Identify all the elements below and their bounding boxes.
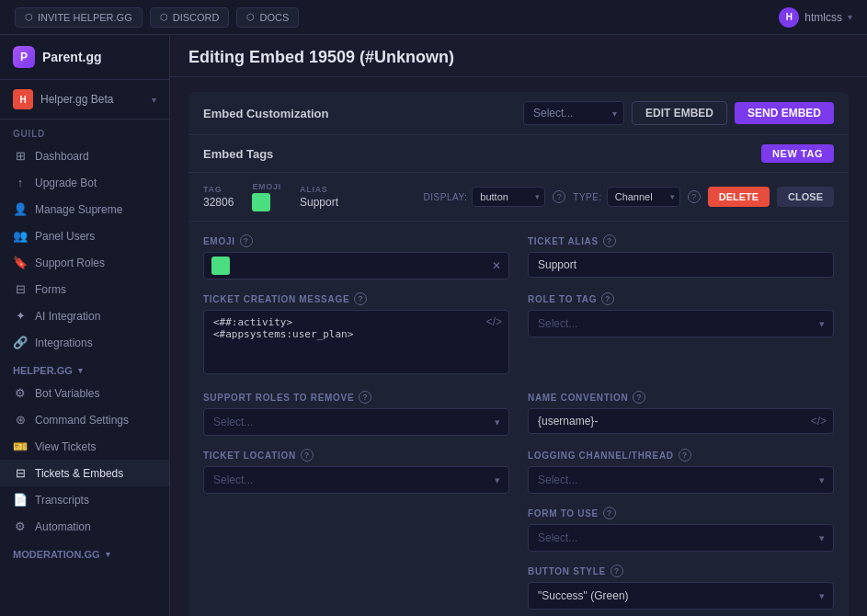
creation-msg-help-icon[interactable]: ? <box>354 292 367 305</box>
ticket-location-select-wrapper: Select... <box>203 466 509 494</box>
send-embed-btn[interactable]: SEND EMBED <box>735 102 834 124</box>
tag-id-group: TAG 32806 <box>203 185 234 209</box>
avatar: H <box>779 7 799 28</box>
form-to-use-select[interactable]: Select... <box>528 524 834 552</box>
sidebar-item-forms[interactable]: ⊟ Forms <box>0 276 169 302</box>
user-badge: H htmlcss ▾ <box>779 7 852 28</box>
tag-id-value: 32806 <box>203 196 234 209</box>
button-style-select[interactable]: "Success" (Green) <box>528 582 834 610</box>
name-convention-input[interactable] <box>528 408 834 434</box>
sidebar-item-ai-integration[interactable]: ✦ AI Integration <box>0 302 169 329</box>
btn-style-help-icon[interactable]: ? <box>610 565 623 577</box>
ticket-location-select[interactable]: Select... <box>203 466 509 494</box>
ticket-icon: 🎫 <box>13 439 28 453</box>
sidebar-item-support-roles[interactable]: 🔖 Support Roles <box>0 249 169 276</box>
ticket-loc-help-icon[interactable]: ? <box>301 449 314 462</box>
sidebar-item-command-settings[interactable]: ⊛ Command Settings <box>0 406 169 433</box>
ticket-creation-msg-field: TICKET CREATION MESSAGE ? <##:activity> … <box>203 292 509 378</box>
embed-tags-title: Embed Tags <box>203 147 273 161</box>
form-to-use-field: FORM TO USE ? Select... <box>528 507 834 552</box>
form-use-help-icon[interactable]: ? <box>603 507 616 519</box>
sidebar-item-manage-supreme[interactable]: 👤 Manage Supreme <box>0 196 169 222</box>
invite-helper-btn[interactable]: ⬡ INVITE HELPER.GG <box>15 7 143 28</box>
delete-tag-btn[interactable]: DELETE <box>708 187 770 207</box>
sidebar-item-tickets-embeds[interactable]: ⊟ Tickets & Embeds <box>0 460 169 486</box>
button-style-label: BUTTON STYLE ? <box>528 565 834 577</box>
embed-cust-actions: Select... EDIT EMBED SEND EMBED <box>523 101 834 125</box>
support-roles-select[interactable]: Select... <box>203 408 509 436</box>
code-toggle-icon[interactable]: </> <box>486 315 502 328</box>
forms-icon: ⊟ <box>13 282 28 296</box>
logging-channel-select[interactable]: Select... <box>528 466 834 494</box>
new-tag-btn[interactable]: NEW TAG <box>761 144 834 163</box>
server-selector[interactable]: H Helper.gg Beta ▾ <box>0 80 169 120</box>
transcripts-icon: 📄 <box>13 493 28 507</box>
embed-tags-header: Embed Tags NEW TAG <box>188 135 849 173</box>
support-roles-help-icon[interactable]: ? <box>359 391 371 404</box>
integrations-icon: 🔗 <box>13 336 28 349</box>
ticket-alias-label: TICKET ALIAS ? <box>528 234 834 247</box>
embed-cust-title: Embed Customization <box>203 107 329 120</box>
chevron-down-icon[interactable]: ▾ <box>848 12 852 22</box>
role-tag-help-icon[interactable]: ? <box>601 292 614 305</box>
display-control: DISPLAY: button <box>424 187 546 207</box>
guild-section-label: GUILD <box>0 120 169 143</box>
page-title: Editing Embed 19509 (#Unknown) <box>170 35 867 77</box>
sidebar-item-transcripts[interactable]: 📄 Transcripts <box>0 486 169 513</box>
name-conv-code-icon[interactable]: </> <box>811 415 827 428</box>
ticket-location-field: TICKET LOCATION ? Select... <box>203 449 509 494</box>
main-content-area: Editing Embed 19509 (#Unknown) Embed Cus… <box>170 35 867 616</box>
button-style-field: BUTTON STYLE ? "Success" (Green) <box>528 565 834 610</box>
role-to-tag-select[interactable]: Select... <box>528 310 834 337</box>
support-roles-field: SUPPORT ROLES TO REMOVE ? Select... <box>203 391 509 436</box>
ticket-location-label: TICKET LOCATION ? <box>203 449 509 462</box>
sidebar-item-dashboard[interactable]: ⊞ Dashboard <box>0 143 169 169</box>
discord-btn[interactable]: ⬡ DISCORD <box>150 7 230 28</box>
moderation-section[interactable]: MODERATION.GG ▾ <box>0 540 169 564</box>
name-conv-help-icon[interactable]: ? <box>633 391 645 404</box>
upgrade-icon: ↑ <box>13 176 28 189</box>
tag-controls: DISPLAY: button ? TYPE: <box>424 187 834 207</box>
display-help-icon[interactable]: ? <box>553 190 565 203</box>
server-icon: H <box>13 89 33 109</box>
sidebar-item-panel-users[interactable]: 👥 Panel Users <box>0 222 169 249</box>
helpergg-section[interactable]: HELPER.GG ▾ <box>0 356 169 380</box>
logging-help-icon[interactable]: ? <box>679 449 691 462</box>
type-select[interactable]: Channel <box>607 187 680 207</box>
chevron-icon: ▾ <box>78 366 83 375</box>
variables-icon: ⚙ <box>13 386 28 400</box>
type-help-icon[interactable]: ? <box>688 190 701 203</box>
sidebar-item-view-tickets[interactable]: 🎫 View Tickets <box>0 433 169 460</box>
emoji-help-icon[interactable]: ? <box>240 234 253 247</box>
docs-btn[interactable]: ⬡ DOCS <box>236 7 299 28</box>
automation-icon: ⚙ <box>13 519 28 533</box>
sidebar-item-integrations[interactable]: 🔗 Integrations <box>0 329 169 356</box>
role-to-tag-label: ROLE TO TAG ? <box>528 292 834 305</box>
logging-channel-label: LOGGING CHANNEL/THREAD ? <box>528 449 834 462</box>
display-select[interactable]: button <box>472 187 545 207</box>
edit-embed-btn[interactable]: EDIT EMBED <box>632 101 727 125</box>
tag-emoji-label: EMOJI <box>252 182 281 191</box>
emoji-input-wrapper[interactable]: ✕ <box>203 252 509 279</box>
emoji-clear-btn[interactable]: ✕ <box>492 259 501 272</box>
emoji-field: EMOJI ? ✕ <box>203 234 509 279</box>
chevron-down-icon: ▾ <box>152 95 156 105</box>
sidebar: P Parent.gg H Helper.gg Beta ▾ GUILD ⊞ D… <box>0 35 170 616</box>
sidebar-logo: P Parent.gg <box>0 35 169 80</box>
ticket-alias-input[interactable] <box>528 252 834 278</box>
close-tag-btn[interactable]: CLOSE <box>777 187 834 207</box>
embed-select[interactable]: Select... <box>523 101 624 125</box>
sidebar-item-bot-variables[interactable]: ⚙ Bot Variables <box>0 380 169 406</box>
role-to-tag-field: ROLE TO TAG ? Select... <box>528 292 834 378</box>
external-icon2: ⬡ <box>160 12 168 22</box>
display-label: DISPLAY: <box>424 192 468 202</box>
top-bar: ⬡ INVITE HELPER.GG ⬡ DISCORD ⬡ DOCS H ht… <box>0 0 867 35</box>
embed-customization-bar: Embed Customization Select... EDIT EMBED… <box>188 92 849 135</box>
sidebar-item-automation[interactable]: ⚙ Automation <box>0 513 169 540</box>
ticket-alias-help-icon[interactable]: ? <box>603 234 616 247</box>
ticket-creation-msg-textarea[interactable]: <##:activity> <#appsystems:user_plan> <box>203 310 509 374</box>
type-control: TYPE: Channel <box>573 187 679 207</box>
tag-alias-value: Support <box>300 196 338 209</box>
sidebar-item-upgrade-bot[interactable]: ↑ Upgrade Bot <box>0 169 169 196</box>
name-convention-label: NAME CONVENTION ? <box>528 391 834 404</box>
